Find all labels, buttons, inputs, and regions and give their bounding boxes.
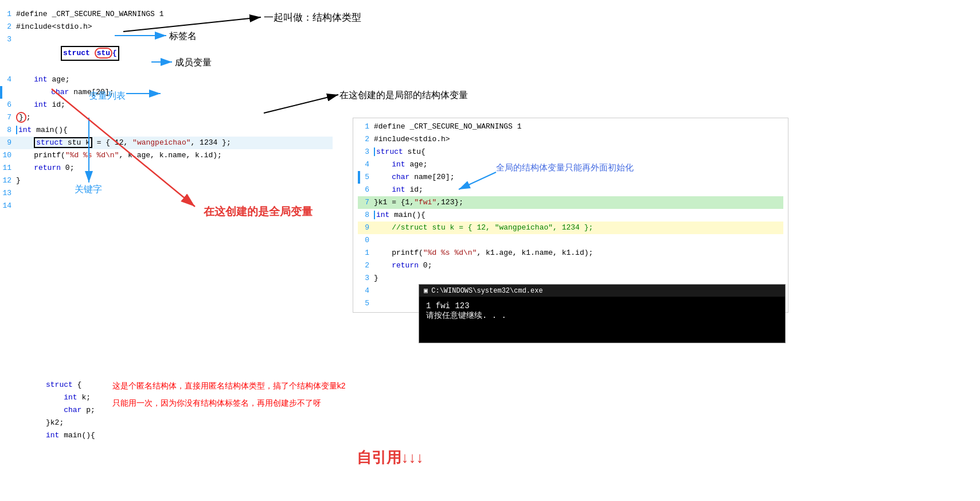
b-code-line-4: }k2; bbox=[46, 417, 95, 429]
r-code-line-12: 2 return 0; bbox=[358, 259, 783, 272]
cmd-output-line2: 请按任意键继续. . . bbox=[426, 310, 778, 321]
line-number: 4 bbox=[0, 73, 16, 86]
bottom-annotations: 这是个匿名结构体，直接用匿名结构体类型，搞了个结构体变量k2 只能用一次，因为你… bbox=[112, 379, 346, 409]
r-code-line-7: 7 }k1 = {1,"fwi",123}; bbox=[358, 196, 783, 209]
line-number: 7 bbox=[0, 111, 16, 124]
code-line-3: 3 struct stu{ bbox=[0, 33, 333, 73]
code-line-7: 7 }; bbox=[0, 111, 333, 124]
line-content: } bbox=[16, 174, 333, 187]
r-code-line-11: 1 printf("%d %s %d\n", k1.age, k1.name, … bbox=[358, 247, 783, 259]
line-number: 3 bbox=[0, 33, 16, 46]
code-line-5: char name[20]; bbox=[0, 86, 333, 99]
b-code-line-3: char p; bbox=[46, 404, 95, 417]
line-content: int id; bbox=[374, 184, 783, 196]
line-number: 13 bbox=[0, 187, 16, 200]
r-code-line-3: 3 struct stu{ bbox=[358, 146, 783, 158]
line-number: 0 bbox=[358, 234, 374, 247]
bottom-ann2: 只能用一次，因为你没有结构体标签名，再用创建步不了呀 bbox=[112, 398, 346, 409]
line-number: 11 bbox=[0, 162, 16, 174]
code-line-11: 11 return 0; bbox=[0, 162, 333, 174]
r-code-line-1: 1 #define _CRT_SECURE_NO_WARNINGS 1 bbox=[358, 121, 783, 133]
code-line-8: 8 int main(){ bbox=[0, 124, 333, 137]
cmd-window: ▣ C:\WINDOWS\system32\cmd.exe 1 fwi 123 … bbox=[419, 284, 786, 343]
r-code-line-5: 5 char name[20]; bbox=[358, 171, 783, 184]
line-content: int k; bbox=[46, 391, 95, 404]
line-number: 7 bbox=[358, 196, 374, 209]
left-code-panel: 1 #define _CRT_SECURE_NO_WARNINGS 1 2 #i… bbox=[0, 6, 333, 215]
line-content: #include<stdio.h> bbox=[16, 21, 333, 33]
line-content: char name[20]; bbox=[374, 171, 783, 184]
line-number: 6 bbox=[358, 184, 374, 196]
code-line-6: 6 int id; bbox=[0, 99, 333, 111]
line-number: 2 bbox=[0, 21, 16, 33]
code-line-1: 1 #define _CRT_SECURE_NO_WARNINGS 1 bbox=[0, 8, 333, 21]
line-number: 9 bbox=[358, 222, 374, 234]
code-line-10: 10 printf("%d %s %d\n", k.age, k.name, k… bbox=[0, 149, 333, 162]
b-code-line-5: int main(){ bbox=[46, 429, 95, 442]
code-line-2: 2 #include<stdio.h> bbox=[0, 21, 333, 33]
line-number: 9 bbox=[0, 137, 16, 149]
b-code-line-1: struct { bbox=[46, 379, 95, 391]
bottom-code: struct { int k; char p; }k2; int main(){ bbox=[46, 379, 95, 442]
line-number: 5 bbox=[358, 171, 374, 184]
line-number: 6 bbox=[0, 99, 16, 111]
line-content: int age; bbox=[374, 158, 783, 171]
line-content: struct { bbox=[46, 379, 95, 391]
line-content: int main(){ bbox=[46, 429, 95, 442]
bottom-title: 自引用↓↓↓ bbox=[46, 448, 562, 468]
line-number: 2 bbox=[358, 133, 374, 146]
line-content: }k2; bbox=[46, 417, 95, 429]
code-line-14: 14 bbox=[0, 200, 333, 212]
line-number: 1 bbox=[0, 8, 16, 21]
line-content: }k1 = {1,"fwi",123}; bbox=[374, 196, 783, 209]
line-number: 4 bbox=[358, 285, 374, 297]
line-content: struct stu{ bbox=[374, 146, 783, 158]
line-content: char name[20]; bbox=[17, 86, 333, 99]
line-content: struct stu{ bbox=[16, 33, 333, 73]
cmd-icon: ▣ bbox=[424, 286, 428, 295]
r-code-line-10: 0 bbox=[358, 234, 783, 247]
cmd-title: C:\WINDOWS\system32\cmd.exe bbox=[431, 287, 542, 295]
code-line-9: 9 struct stu k = { 12, "wangpeichao", 12… bbox=[0, 137, 333, 149]
line-number: 14 bbox=[0, 200, 16, 212]
line-number: 12 bbox=[0, 174, 16, 187]
left-code-area: 1 #define _CRT_SECURE_NO_WARNINGS 1 2 #i… bbox=[0, 6, 333, 215]
line-number: 1 bbox=[358, 121, 374, 133]
line-number: 2 bbox=[358, 259, 374, 272]
line-content: int id; bbox=[16, 99, 333, 111]
line-content: #define _CRT_SECURE_NO_WARNINGS 1 bbox=[374, 121, 783, 133]
right-code-area: 1 #define _CRT_SECURE_NO_WARNINGS 1 2 #i… bbox=[353, 118, 788, 312]
jubu-label: 在这创建的是局部的结构体变量 bbox=[339, 90, 468, 100]
r-code-line-4: 4 int age; bbox=[358, 158, 783, 171]
cmd-titlebar: ▣ C:\WINDOWS\system32\cmd.exe bbox=[419, 285, 785, 297]
line-content: //struct stu k = { 12, "wangpeichao", 12… bbox=[374, 222, 783, 234]
line-content: struct stu k = { 12, "wangpeichao", 1234… bbox=[16, 137, 333, 149]
line-content: int main(){ bbox=[374, 209, 783, 222]
line-number: 5 bbox=[358, 297, 374, 310]
line-content: printf("%d %s %d\n", k1.age, k1.name, k1… bbox=[374, 247, 783, 259]
code-line-12: 12 } bbox=[0, 174, 333, 187]
r-code-line-8: 8 int main(){ bbox=[358, 209, 783, 222]
line-content: #define _CRT_SECURE_NO_WARNINGS 1 bbox=[16, 8, 333, 21]
line-content: #include<stdio.h> bbox=[374, 133, 783, 146]
cmd-output-line1: 1 fwi 123 bbox=[426, 301, 778, 310]
line-number: 3 bbox=[358, 272, 374, 285]
bottom-section: struct { int k; char p; }k2; int main(){ bbox=[46, 379, 562, 468]
line-content: }; bbox=[16, 111, 333, 124]
line-number: 4 bbox=[358, 158, 374, 171]
line-number: 3 bbox=[358, 146, 374, 158]
line-content: char p; bbox=[46, 404, 95, 417]
code-line-13: 13 bbox=[0, 187, 333, 200]
line-content: int age; bbox=[16, 73, 333, 86]
r-code-line-6: 6 int id; bbox=[358, 184, 783, 196]
bottom-ann1: 这是个匿名结构体，直接用匿名结构体类型，搞了个结构体变量k2 bbox=[112, 381, 346, 391]
b-code-line-2: int k; bbox=[46, 391, 95, 404]
cmd-content: 1 fwi 123 请按任意键继续. . . bbox=[419, 297, 785, 343]
line-number: 10 bbox=[0, 149, 16, 162]
line-content: return 0; bbox=[16, 162, 333, 174]
line-content: return 0; bbox=[374, 259, 783, 272]
line-number: 8 bbox=[358, 209, 374, 222]
line-number: 1 bbox=[358, 247, 374, 259]
r-code-line-9: 9 //struct stu k = { 12, "wangpeichao", … bbox=[358, 222, 783, 234]
line-content: } bbox=[374, 272, 783, 285]
